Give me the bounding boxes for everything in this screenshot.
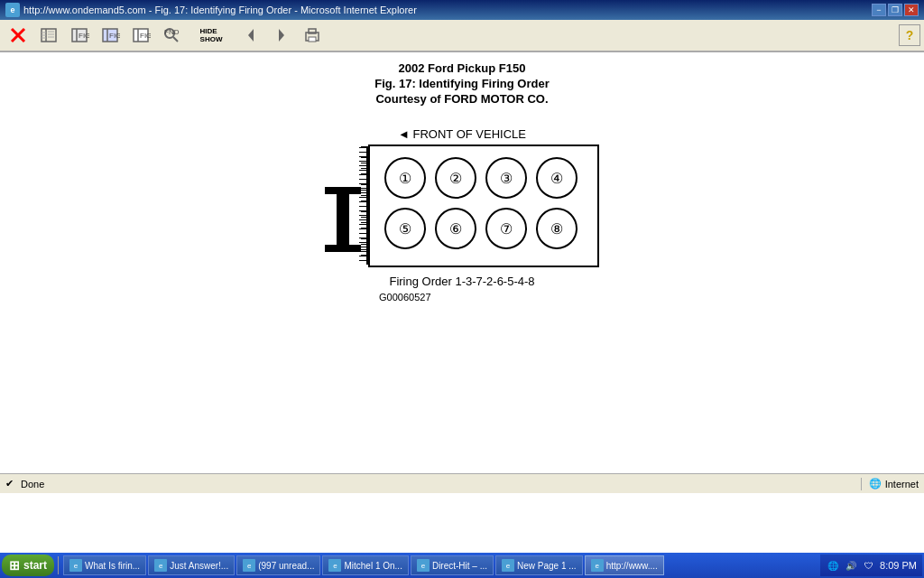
- taskbar-icon-6: e: [502, 559, 514, 572]
- cylinder-5: ⑤: [384, 208, 426, 249]
- firing-order-diagram: ◄ FRONT OF VEHICLE ① ② ③ ④ ⑤ ⑥ ⑦ ⑧: [325, 127, 599, 303]
- page-title-line3: Courtesy of FORD MOTOR CO.: [375, 92, 548, 106]
- svg-marker-23: [248, 29, 254, 42]
- title-bar-left: e http://www.ondemand5.com - Fig. 17: Id…: [5, 3, 417, 17]
- start-label: start: [23, 559, 47, 572]
- book-btn-2[interactable]: FIG: [65, 22, 94, 49]
- cylinder-box: ① ② ③ ④ ⑤ ⑥ ⑦ ⑧: [368, 144, 599, 267]
- book-btn-4[interactable]: FIG: [126, 22, 155, 49]
- taskbar-label-1: What Is firin...: [85, 561, 140, 571]
- system-tray: 🌐 🔊 🛡 8:09 PM: [820, 555, 922, 576]
- windows-logo: ⊞: [9, 558, 20, 573]
- tray-icon-network: 🌐: [826, 558, 840, 573]
- taskbar-label-4: Mitchel 1 On...: [344, 561, 402, 571]
- taskbar-item-7[interactable]: e http://www....: [585, 555, 664, 575]
- svg-rect-27: [309, 37, 316, 42]
- window-title: http://www.ondemand5.com - Fig. 17: Iden…: [23, 5, 417, 15]
- svg-marker-24: [279, 29, 284, 42]
- cylinder-3: ③: [485, 157, 527, 199]
- minimize-button[interactable]: −: [872, 4, 886, 16]
- taskbar-item-1[interactable]: e What Is firin...: [63, 555, 146, 575]
- title-bar-controls: − ❐ ✕: [872, 4, 919, 16]
- svg-text:FIG: FIG: [140, 32, 151, 40]
- internet-zone: 🌐 Internet: [861, 478, 919, 490]
- zoom-button[interactable]: FND: [157, 22, 186, 49]
- toolbar: FIG FIG FIG FND HIDESHOW: [0, 20, 924, 52]
- svg-rect-26: [309, 29, 316, 33]
- taskbar-label-2: Just Answer!...: [170, 561, 228, 571]
- taskbar-icon-1: e: [69, 559, 82, 572]
- hide-show-button[interactable]: HIDESHOW: [188, 22, 235, 49]
- content-area: 2002 Ford Pickup F150 Fig. 17: Identifyi…: [0, 52, 924, 473]
- status-icon: ✔: [5, 478, 14, 489]
- cylinder-8: ⑧: [536, 208, 578, 249]
- diagram-code: G00060527: [379, 292, 431, 303]
- svg-text:FIG: FIG: [79, 32, 89, 40]
- ie-icon: e: [5, 3, 20, 17]
- taskbar-icon-3: e: [243, 559, 255, 572]
- taskbar-icon-2: e: [154, 559, 167, 572]
- firing-order-label: Firing Order 1-3-7-2-6-5-4-8: [389, 275, 534, 288]
- page-title-line1: 2002 Ford Pickup F150: [399, 61, 526, 75]
- status-bar: ✔ Done 🌐 Internet: [0, 473, 924, 493]
- nav-left-button[interactable]: [236, 22, 265, 49]
- taskbar-item-3[interactable]: e (997 unread...: [236, 555, 320, 575]
- taskbar-label-6: New Page 1 ...: [517, 561, 577, 571]
- taskbar-item-4[interactable]: e Mitchel 1 On...: [322, 555, 408, 575]
- taskbar-item-5[interactable]: e Direct-Hit – ...: [411, 555, 494, 575]
- book-btn-3[interactable]: FIG: [96, 22, 125, 49]
- nav-right-button[interactable]: [267, 22, 296, 49]
- taskbar-icon-5: e: [417, 559, 430, 572]
- title-bar: e http://www.ondemand5.com - Fig. 17: Id…: [0, 0, 924, 20]
- taskbar-label-3: (997 unread...: [258, 561, 314, 571]
- taskbar-item-6[interactable]: e New Page 1 ...: [495, 555, 583, 575]
- svg-line-21: [173, 37, 178, 42]
- cylinder-7: ⑦: [485, 208, 527, 249]
- globe-icon: 🌐: [869, 478, 882, 490]
- book-btn-1[interactable]: [34, 22, 63, 49]
- svg-text:FIG: FIG: [109, 32, 120, 40]
- back-button[interactable]: [4, 22, 32, 49]
- start-button[interactable]: ⊞ start: [2, 555, 54, 576]
- front-of-vehicle-label: ◄ FRONT OF VEHICLE: [398, 127, 526, 141]
- close-button[interactable]: ✕: [904, 4, 919, 16]
- cylinder-1: ①: [384, 157, 426, 199]
- print-button[interactable]: [298, 22, 327, 49]
- taskbar-icon-7: e: [591, 559, 604, 572]
- tray-icon-security: 🛡: [862, 558, 876, 573]
- taskbar-label-7: http://www....: [606, 561, 658, 571]
- system-clock: 8:09 PM: [880, 560, 917, 571]
- taskbar: ⊞ start e What Is firin... e Just Answer…: [0, 553, 924, 578]
- cylinder-6: ⑥: [435, 208, 476, 249]
- taskbar-item-2[interactable]: e Just Answer!...: [148, 555, 235, 575]
- page-title-line2: Fig. 17: Identifying Firing Order: [374, 77, 550, 90]
- help-button[interactable]: ?: [899, 24, 920, 46]
- engine-diagram: ① ② ③ ④ ⑤ ⑥ ⑦ ⑧: [325, 144, 599, 267]
- svg-text:FND: FND: [164, 28, 180, 36]
- taskbar-label-5: Direct-Hit – ...: [432, 561, 487, 571]
- zone-label: Internet: [885, 479, 919, 489]
- crank-stub: [325, 160, 361, 252]
- taskbar-icon-4: e: [328, 559, 341, 572]
- restore-button[interactable]: ❐: [888, 4, 902, 16]
- status-text: Done: [21, 479, 854, 489]
- tray-icon-volume: 🔊: [844, 558, 858, 573]
- cylinder-2: ②: [435, 157, 476, 199]
- cylinder-4: ④: [536, 157, 578, 199]
